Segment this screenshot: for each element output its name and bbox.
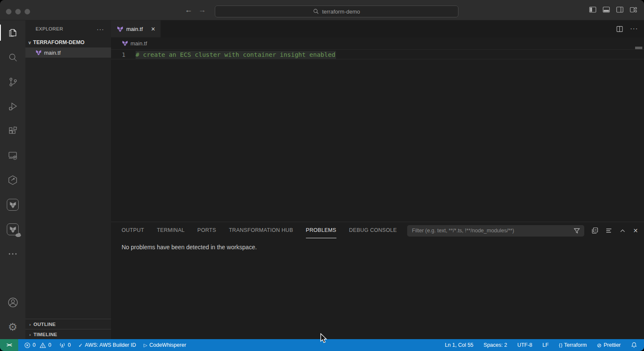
close-tab-icon[interactable]: ✕	[151, 26, 155, 32]
problems-content: No problems have been detected in the wo…	[111, 238, 644, 251]
close-window-button[interactable]	[6, 9, 11, 14]
explorer-empty-space	[25, 58, 111, 319]
sidebar-item-source-control[interactable]	[0, 70, 25, 94]
maximize-window-button[interactable]	[25, 9, 30, 14]
tab-ports[interactable]: PORTS	[197, 222, 216, 238]
sidebar-title-row: EXPLORER ···	[25, 20, 111, 37]
panel-header: OUTPUT TERMINAL PORTS TRANSFORMATION HUB…	[111, 222, 644, 238]
file-row-main-tf[interactable]: main.tf	[25, 47, 111, 58]
project-root-row[interactable]: ∨ TERRAFORM-DEMO	[25, 37, 111, 47]
ports-icon	[59, 342, 66, 348]
aws-auth-status[interactable]: ✓ AWS: AWS Builder ID	[78, 342, 136, 348]
filter-icon[interactable]	[574, 228, 580, 234]
more-actions-icon[interactable]: ···	[630, 25, 638, 33]
sidebar-item-search[interactable]	[0, 45, 25, 70]
code-editor[interactable]: 1 # create an ECS cluster with container…	[111, 49, 644, 222]
language-mode[interactable]: { } Terraform	[559, 342, 587, 348]
maximize-panel-icon[interactable]	[619, 228, 626, 234]
command-center-text: terraform-demo	[322, 8, 360, 15]
customize-layout-icon[interactable]	[630, 6, 637, 14]
timeline-section-header[interactable]: › TIMELINE	[25, 329, 111, 339]
codewhisperer-status[interactable]: ▷ CodeWhisperer	[144, 342, 186, 348]
sidebar-item-explorer[interactable]	[0, 20, 25, 45]
tab-problems[interactable]: PROBLEMS	[306, 222, 336, 238]
problems-status[interactable]: 0 0	[24, 342, 51, 348]
vscode-window: ← → terraform-demo	[0, 0, 644, 351]
status-left: 0 0 0 ✓ AWS: AWS Builder ID ▷ CodeWhispe…	[18, 339, 186, 351]
editor-tab-main-tf[interactable]: main.tf ✕	[111, 20, 161, 37]
forward-button[interactable]: →	[198, 6, 206, 14]
tab-transformation-hub[interactable]: TRANSFORMATION HUB	[229, 222, 293, 238]
extensions-icon	[8, 126, 18, 136]
close-panel-icon[interactable]: ✕	[633, 227, 638, 234]
prettier-icon: ⊘	[597, 342, 602, 348]
error-count: 0	[33, 342, 36, 348]
ports-status[interactable]: 0	[59, 342, 71, 348]
terraform-cloud-extension-icon	[7, 223, 19, 235]
sidebar-title: EXPLORER	[36, 26, 63, 31]
outline-section-header[interactable]: › OUTLINE	[25, 319, 111, 329]
indentation[interactable]: Spaces: 2	[483, 342, 507, 348]
sidebar-item-remote-explorer[interactable]	[0, 143, 25, 168]
terraform-file-icon	[122, 40, 128, 46]
formatter-status[interactable]: ⊘ Prettier	[597, 342, 621, 348]
file-name-label: main.tf	[44, 50, 61, 56]
toggle-secondary-sidebar-icon[interactable]	[616, 6, 624, 14]
sidebar-item-run-debug[interactable]	[0, 94, 25, 119]
toggle-primary-sidebar-icon[interactable]	[589, 6, 597, 14]
account-icon	[7, 297, 19, 308]
view-as-table-icon[interactable]	[605, 227, 612, 234]
code-text-selected[interactable]: # create an ECS cluster with container i…	[136, 51, 336, 59]
chevron-right-icon: ›	[29, 332, 31, 337]
encoding[interactable]: UTF-8	[517, 342, 532, 348]
braces-icon: { }	[559, 343, 562, 348]
tab-terminal[interactable]: TERMINAL	[157, 222, 185, 238]
status-bar: >< 0 0 0 ✓ AWS: AWS Builder ID ▷ CodeWhi…	[0, 339, 644, 351]
play-icon: ▷	[144, 343, 147, 348]
editor-actions: ···	[616, 20, 638, 37]
overview-ruler-mark	[635, 47, 642, 49]
debug-icon	[8, 101, 18, 112]
remote-explorer-icon	[8, 150, 18, 161]
code-line-1[interactable]: 1 # create an ECS cluster with container…	[111, 49, 644, 59]
breadcrumb[interactable]: main.tf	[111, 37, 644, 49]
title-bar: ← → terraform-demo	[0, 0, 644, 20]
back-button[interactable]: ←	[185, 6, 192, 14]
layout-controls	[589, 6, 637, 14]
workbench: ⚙ EXPLORER ··· ∨ TERRAFORM-DEMO main.tf …	[0, 20, 644, 339]
tab-output[interactable]: OUTPUT	[122, 222, 144, 238]
project-root-label: TERRAFORM-DEMO	[33, 39, 85, 45]
tab-label: main.tf	[126, 26, 143, 32]
gear-icon: ⚙	[8, 322, 17, 332]
remote-indicator[interactable]: ><	[0, 339, 18, 351]
sidebar-item-extensions[interactable]	[0, 119, 25, 143]
codewhisperer-label: CodeWhisperer	[149, 342, 186, 348]
settings-button[interactable]: ⚙	[0, 315, 25, 339]
tab-debug-console[interactable]: DEBUG CONSOLE	[349, 222, 397, 238]
bell-icon[interactable]	[631, 342, 637, 348]
ports-count: 0	[68, 342, 71, 348]
cursor-position[interactable]: Ln 1, Col 55	[445, 342, 473, 348]
check-icon: ✓	[78, 342, 83, 348]
warning-icon	[39, 342, 46, 348]
collapse-all-icon[interactable]	[591, 227, 598, 234]
no-problems-message: No problems have been detected in the wo…	[122, 244, 257, 251]
files-icon	[7, 27, 18, 38]
editor-tab-bar: main.tf ✕ ···	[111, 20, 644, 37]
search-icon	[313, 8, 319, 14]
sidebar-item-more-views[interactable]	[0, 242, 25, 266]
command-center-search[interactable]: terraform-demo	[215, 6, 458, 17]
split-editor-icon[interactable]	[616, 25, 623, 33]
bottom-panel: OUTPUT TERMINAL PORTS TRANSFORMATION HUB…	[111, 222, 644, 339]
timeline-label: TIMELINE	[33, 332, 57, 337]
sidebar-item-terraform-cloud[interactable]	[0, 217, 25, 242]
sidebar-item-aws-toolkit[interactable]	[0, 168, 25, 192]
eol-sequence[interactable]: LF	[542, 342, 549, 348]
accounts-button[interactable]	[0, 290, 25, 315]
problems-filter-input[interactable]: Filter (e.g. text, **/*.ts, !**/node_mod…	[407, 225, 584, 237]
breadcrumb-item[interactable]: main.tf	[130, 40, 147, 47]
sidebar-item-terraform[interactable]	[0, 192, 25, 217]
minimize-window-button[interactable]	[15, 9, 21, 14]
toggle-panel-icon[interactable]	[602, 6, 610, 14]
explorer-more-actions-button[interactable]: ···	[97, 25, 104, 33]
